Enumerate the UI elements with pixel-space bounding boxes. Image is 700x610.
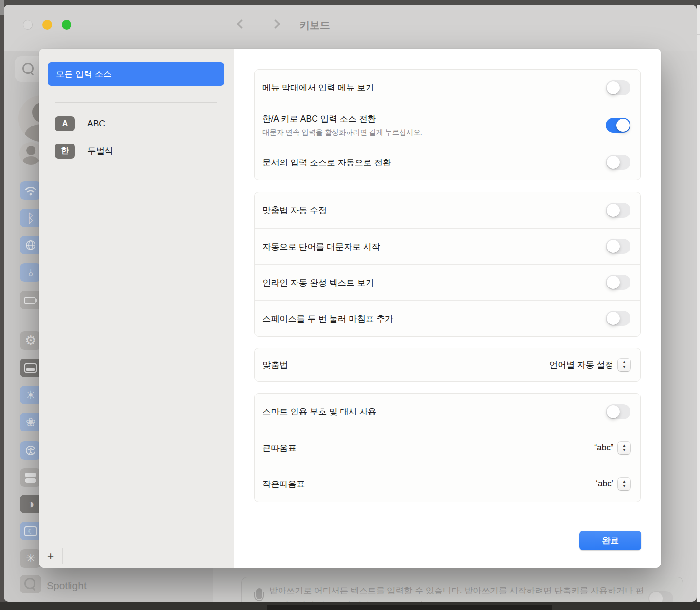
input-sources-dialog: 모든 입력 소스 AABC한두벌식 + − 메뉴 막대에서 입력 메뉴 보기한/…: [39, 49, 661, 568]
select-control[interactable]: “abc”▲▼: [594, 442, 630, 454]
toggle-knob: [607, 156, 620, 169]
settings-row: 한/A 키로 ABC 입력 소스 전환대문자 연속 입력을 활성화하려면 길게 …: [255, 106, 640, 144]
titlebar: 키보드: [4, 5, 697, 51]
row-texts: 메뉴 막대에서 입력 메뉴 보기: [262, 75, 606, 100]
stepper-icon[interactable]: ▲▼: [618, 442, 630, 454]
row-label: 자동으로 단어를 대문자로 시작: [262, 241, 601, 252]
settings-row: 스마트 인용 부호 및 대시 사용: [255, 394, 640, 430]
battery-icon[interactable]: [20, 291, 41, 309]
network-globe-icon[interactable]: [20, 236, 41, 254]
settings-row: 작은따옴표‘abc’▲▼: [255, 466, 640, 502]
select-control[interactable]: ‘abc’▲▼: [596, 478, 630, 490]
toggles-shape-icon: [25, 473, 36, 483]
row-label: 큰따옴표: [262, 442, 589, 454]
toggle-knob: [607, 204, 620, 217]
settings-group: 스마트 인용 부호 및 대시 사용큰따옴표“abc”▲▼작은따옴표‘abc’▲▼: [254, 393, 641, 502]
input-source-badge-icon: A: [55, 116, 75, 131]
sidebar-item-spotlight[interactable]: Spotlight: [47, 580, 87, 592]
row-label: 한/A 키로 ABC 입력 소스 전환: [262, 113, 601, 125]
select-control[interactable]: 언어별 자동 설정▲▼: [549, 359, 630, 371]
add-input-source-button[interactable]: +: [39, 544, 62, 568]
row-label: 문서의 입력 소스로 자동으로 전환: [262, 157, 601, 168]
chevron-left-icon[interactable]: [237, 19, 245, 28]
search-icon: [22, 63, 35, 75]
toggle-switch[interactable]: [606, 311, 630, 326]
row-texts: 맞춤법 자동 수정: [262, 197, 606, 223]
toggle-switch[interactable]: [606, 155, 630, 170]
spotlight-icon[interactable]: [20, 575, 41, 593]
row-label: 맞춤법 자동 수정: [262, 204, 601, 216]
row-texts: 한/A 키로 ABC 입력 소스 전환대문자 연속 입력을 활성화하려면 길게 …: [262, 106, 606, 144]
toggle-switch[interactable]: [606, 404, 630, 419]
zoom-button[interactable]: [62, 20, 71, 30]
close-button[interactable]: [23, 20, 33, 30]
row-texts: 자동으로 단어를 대문자로 시작: [262, 234, 606, 259]
toggle-knob: [607, 240, 620, 253]
vpn-globe-icon[interactable]: ♁: [20, 263, 41, 282]
select-value: “abc”: [594, 443, 613, 453]
row-texts: 스페이스를 두 번 눌러 마침표 추가: [262, 306, 606, 331]
row-texts: 인라인 자동 완성 텍스트 보기: [262, 270, 606, 295]
toggle-knob: [607, 312, 620, 325]
toggle-knob: [607, 81, 620, 94]
row-sublabel: 대문자 연속 입력을 활성화하려면 길게 누르십시오.: [262, 128, 601, 137]
desktop-edge-left: [0, 0, 4, 610]
settings-groups: 메뉴 막대에서 입력 메뉴 보기한/A 키로 ABC 입력 소스 전환대문자 연…: [254, 69, 641, 502]
settings-row: 맞춤법 자동 수정: [255, 192, 640, 228]
accessibility-icon[interactable]: [20, 441, 41, 460]
row-texts: 맞춤법: [262, 352, 549, 377]
stepper-icon[interactable]: ▲▼: [618, 359, 630, 371]
row-label: 맞춤법: [262, 359, 544, 371]
focus-atom-icon[interactable]: ✳: [20, 549, 41, 568]
minimize-button[interactable]: [42, 20, 52, 30]
select-value: ‘abc’: [596, 479, 613, 489]
toggle-knob: [607, 276, 620, 289]
settings-row: 자동으로 단어를 대문자로 시작: [255, 228, 640, 264]
row-texts: 큰따옴표: [262, 435, 594, 461]
toggle-knob: [607, 405, 620, 418]
settings-row: 스페이스를 두 번 눌러 마침표 추가: [255, 300, 640, 336]
row-texts: 문서의 입력 소스로 자동으로 전환: [262, 150, 606, 175]
wifi-icon[interactable]: [20, 181, 41, 200]
row-label: 스마트 인용 부호 및 대시 사용: [262, 406, 601, 417]
control-center-icon[interactable]: [20, 468, 41, 487]
sidebar-item-all-input-sources[interactable]: 모든 입력 소스: [48, 62, 224, 86]
dialog-sidebar: 모든 입력 소스 AABC한두벌식 + −: [39, 49, 234, 568]
input-source-item[interactable]: AABC: [48, 110, 226, 137]
displays-icon[interactable]: ◑: [20, 495, 41, 513]
appearance-sun-icon[interactable]: ☀: [20, 386, 41, 404]
input-source-item[interactable]: 한두벌식: [48, 137, 226, 164]
window-shape-icon: [24, 363, 37, 373]
gear-icon[interactable]: ⚙: [20, 331, 41, 350]
settings-group: 메뉴 막대에서 입력 메뉴 보기한/A 키로 ABC 입력 소스 전환대문자 연…: [254, 69, 641, 180]
settings-row: 큰따옴표“abc”▲▼: [255, 430, 640, 466]
settings-row: 메뉴 막대에서 입력 메뉴 보기: [255, 70, 640, 106]
siri-flower-icon[interactable]: ❀: [20, 413, 41, 431]
input-source-label: 두벌식: [88, 145, 113, 157]
desktop-edge-bottom: [0, 602, 700, 610]
toggle-switch[interactable]: [606, 275, 630, 290]
toggle-switch[interactable]: [606, 239, 630, 254]
stepper-icon[interactable]: ▲▼: [618, 478, 630, 490]
sidebar-item-label: 모든 입력 소스: [56, 68, 112, 80]
toggle-switch[interactable]: [606, 118, 630, 133]
toggle-switch[interactable]: [606, 80, 630, 95]
done-button[interactable]: 완료: [579, 531, 641, 550]
select-value: 언어별 자동 설정: [549, 359, 613, 371]
row-label: 메뉴 막대에서 입력 메뉴 보기: [262, 82, 601, 93]
remove-input-source-button[interactable]: −: [63, 544, 89, 568]
input-source-list: AABC한두벌식: [48, 110, 226, 164]
desktop-dock-icon[interactable]: [20, 359, 41, 377]
settings-row: 맞춤법언어별 자동 설정▲▼: [255, 348, 640, 381]
page-title: 키보드: [299, 18, 330, 32]
dictation-toggle[interactable]: [648, 591, 673, 602]
row-label: 인라인 자동 완성 텍스트 보기: [262, 277, 601, 288]
settings-group: 맞춤법언어별 자동 설정▲▼: [254, 348, 641, 382]
divider: [55, 102, 217, 103]
bluetooth-icon[interactable]: ᛒ: [20, 209, 41, 227]
toggle-knob: [616, 119, 630, 132]
sidebar-footer: + −: [39, 544, 234, 568]
chevron-right-icon[interactable]: [271, 19, 280, 28]
wallpaper-icon[interactable]: ☾: [20, 522, 41, 540]
toggle-switch[interactable]: [606, 203, 630, 218]
